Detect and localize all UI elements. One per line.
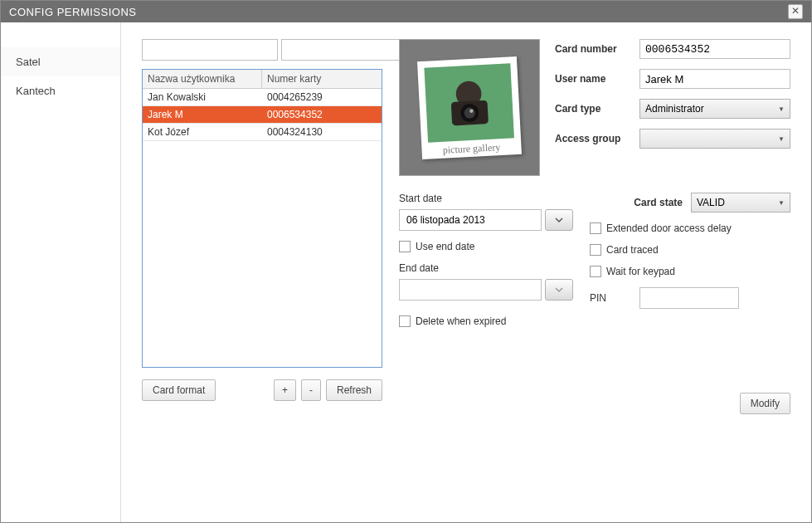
lower-row: Start date Use end date End date (399, 193, 790, 337)
card-number-label: Card number (555, 43, 631, 55)
cell-card: 0006534352 (262, 106, 382, 123)
window-body: Satel Kantech Nazwa użytkownika Numer ka… (1, 22, 811, 522)
sidebar: Satel Kantech (1, 22, 121, 522)
user-name-input[interactable] (639, 69, 790, 89)
access-group-dropdown[interactable] (639, 129, 790, 149)
card-traced-label: Card traced (606, 244, 659, 256)
config-permissions-window: CONFIG PERMISSIONS ✕ Satel Kantech Nazwa… (0, 0, 812, 523)
card-number-input[interactable] (639, 39, 790, 59)
close-button[interactable]: ✕ (788, 4, 803, 19)
card-state-dropdown[interactable]: VALID (691, 193, 790, 213)
card-traced-checkbox[interactable] (590, 244, 601, 256)
cell-name: Kot Józef (143, 124, 262, 140)
cell-name: Jarek M (143, 106, 262, 123)
polaroid: picture gallery (417, 56, 522, 159)
card-state-label: Card state (590, 197, 683, 208)
pin-label: PIN (590, 292, 631, 304)
use-end-date-checkbox[interactable] (399, 241, 411, 252)
card-type-dropdown[interactable]: Administrator (639, 99, 790, 119)
access-group-label: Access group (555, 133, 631, 144)
modify-button[interactable]: Modify (740, 393, 790, 414)
main-panel: Nazwa użytkownika Numer karty Jan Kowals… (121, 22, 811, 522)
use-end-date-label: Use end date (416, 241, 474, 252)
table-actions: Card format + - Refresh (142, 379, 382, 401)
start-date-input[interactable] (399, 209, 542, 231)
table-header: Nazwa użytkownika Numer karty (143, 70, 382, 89)
pin-input[interactable] (639, 287, 739, 309)
table-row[interactable]: Kot Józef 0004324130 (143, 124, 382, 141)
dates-column: Start date Use end date End date (399, 193, 573, 337)
refresh-button[interactable]: Refresh (326, 379, 382, 401)
photo-caption: picture gallery (421, 139, 522, 157)
details-column: picture gallery Card number User name (399, 39, 790, 506)
table-row[interactable]: Jan Kowalski 0004265239 (143, 89, 382, 106)
titlebar: CONFIG PERMISSIONS ✕ (1, 1, 811, 22)
camera-icon (439, 72, 500, 134)
user-photo-frame[interactable]: picture gallery (399, 39, 540, 176)
user-name-label: User name (555, 73, 631, 85)
add-user-button[interactable]: + (274, 379, 296, 401)
card-type-label: Card type (555, 103, 631, 115)
cell-card: 0004324130 (262, 124, 382, 140)
filters-row (142, 39, 382, 61)
sidebar-item-satel[interactable]: Satel (1, 47, 120, 76)
end-date-input[interactable] (399, 279, 542, 301)
remove-user-button[interactable]: - (301, 379, 321, 401)
card-state-column: Card state VALID Extended door access de… (590, 193, 790, 337)
start-date-picker-button[interactable] (545, 209, 573, 231)
wait-keypad-checkbox[interactable] (590, 266, 601, 277)
cell-name: Jan Kowalski (143, 89, 262, 105)
window-title: CONFIG PERMISSIONS (9, 6, 136, 18)
form-fields: Card number User name Card type Administ… (555, 39, 790, 176)
users-table: Nazwa użytkownika Numer karty Jan Kowals… (142, 69, 382, 368)
end-date-picker-button[interactable] (545, 279, 573, 301)
extended-delay-label: Extended door access delay (606, 222, 732, 234)
table-row[interactable]: Jarek M 0006534352 (143, 106, 382, 124)
top-row: picture gallery Card number User name (399, 39, 790, 176)
user-list-column: Nazwa użytkownika Numer karty Jan Kowals… (142, 39, 382, 506)
delete-when-expired-label: Delete when expired (416, 315, 506, 327)
delete-when-expired-checkbox[interactable] (399, 315, 411, 327)
end-date-label: End date (399, 262, 573, 274)
name-filter-input[interactable] (142, 39, 278, 61)
column-header-card[interactable]: Numer karty (262, 70, 382, 88)
chevron-down-icon (555, 216, 563, 224)
cell-card: 0004265239 (262, 89, 382, 105)
card-format-button[interactable]: Card format (142, 379, 216, 401)
wait-keypad-label: Wait for keypad (606, 266, 675, 277)
column-header-name[interactable]: Nazwa użytkownika (143, 70, 262, 88)
card-filter-input[interactable] (281, 39, 417, 61)
extended-delay-checkbox[interactable] (590, 222, 601, 234)
start-date-label: Start date (399, 193, 573, 204)
photo-placeholder (424, 63, 514, 142)
sidebar-item-kantech[interactable]: Kantech (1, 76, 120, 105)
chevron-down-icon (555, 286, 563, 294)
